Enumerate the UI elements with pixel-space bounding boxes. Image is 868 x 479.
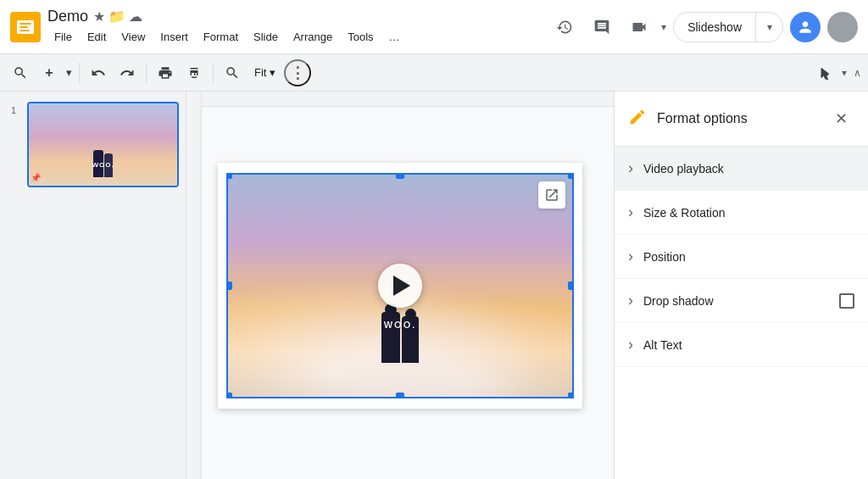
format-header: Format options ✕: [615, 92, 868, 147]
google-slides-logo: [10, 12, 41, 42]
section-label-video-playback: Video playback: [643, 162, 854, 175]
format-panel-icon: [628, 108, 647, 131]
menu-view[interactable]: View: [114, 27, 152, 47]
paint-format-button[interactable]: [181, 59, 208, 86]
menu-edit[interactable]: Edit: [81, 27, 113, 47]
selection-handle-bc[interactable]: [396, 393, 404, 398]
zoom-fit-button[interactable]: [219, 59, 246, 86]
comments-button[interactable]: [587, 12, 617, 42]
cloud-save-icon[interactable]: ☁: [129, 8, 142, 25]
svg-rect-2: [19, 23, 31, 25]
toolbar-divider-2: [146, 63, 147, 83]
zoom-out-button[interactable]: +: [36, 59, 63, 86]
zoom-selector[interactable]: Fit ▾: [248, 59, 282, 86]
profile-picture[interactable]: [827, 12, 858, 42]
format-close-button[interactable]: ✕: [827, 105, 854, 132]
format-section-drop-shadow[interactable]: › Drop shadow: [615, 279, 868, 323]
undo-button[interactable]: [85, 59, 112, 86]
expand-icon[interactable]: ∧: [854, 67, 861, 79]
chevron-position-icon: ›: [628, 248, 633, 265]
menu-format[interactable]: Format: [197, 27, 245, 47]
chevron-drop-shadow-icon: ›: [628, 292, 633, 309]
account-button[interactable]: [790, 12, 821, 42]
chevron-video-playback-icon: ›: [628, 159, 633, 177]
slideshow-main-button[interactable]: Slideshow: [674, 13, 755, 42]
ruler-horizontal: [186, 92, 614, 107]
format-section-size-rotation[interactable]: › Size & Rotation: [615, 191, 868, 235]
svg-rect-4: [19, 30, 30, 31]
toolbar-right: ▾ ∧: [811, 59, 861, 86]
document-title[interactable]: Demo: [47, 8, 88, 25]
format-section-video-playback[interactable]: › Video playback: [615, 147, 868, 191]
section-label-position: Position: [643, 250, 854, 264]
folder-icon[interactable]: 📁: [108, 8, 125, 25]
chevron-size-rotation-icon: ›: [628, 203, 633, 221]
slide-item-1[interactable]: 1 WOO. 📌: [7, 102, 179, 187]
menu-slide[interactable]: Slide: [247, 27, 285, 47]
toolbar: + ▾ Fit ▾ ⋮ ▾ ∧: [0, 54, 868, 92]
slide-thumbnail-1[interactable]: WOO. 📌: [27, 102, 179, 187]
ruler-vertical: [186, 92, 202, 479]
zoom-controls[interactable]: ▾: [64, 66, 74, 79]
play-triangle-icon: [393, 276, 410, 296]
history-button[interactable]: [549, 12, 580, 42]
svg-rect-3: [19, 26, 28, 28]
more-options-button[interactable]: ⋮: [284, 59, 311, 86]
main-content: 1 WOO. 📌: [0, 92, 868, 479]
menu-more[interactable]: …: [382, 27, 407, 47]
slideshow-caret[interactable]: ▾: [755, 13, 782, 42]
format-section-position[interactable]: › Position: [615, 235, 868, 279]
pointer-button[interactable]: [811, 59, 838, 86]
slide-number-1: 1: [7, 102, 20, 115]
selection-handle-br[interactable]: [568, 393, 574, 398]
drop-shadow-checkbox[interactable]: [839, 293, 854, 309]
chevron-alt-text-icon: ›: [628, 336, 633, 354]
top-bar: Demo ★ 📁 ☁ File Edit View Insert Format …: [0, 0, 868, 54]
slide-panel: 1 WOO. 📌: [0, 92, 186, 479]
slideshow-button[interactable]: Slideshow ▾: [673, 12, 783, 42]
section-label-alt-text: Alt Text: [643, 338, 854, 352]
selection-handle-tc[interactable]: [396, 173, 404, 179]
section-label-drop-shadow: Drop shadow: [643, 294, 839, 308]
video-watermark: WOO.: [384, 320, 417, 330]
selection-handle-tr[interactable]: [568, 173, 574, 179]
redo-button[interactable]: [114, 59, 141, 86]
pointer-chevron-icon[interactable]: ▾: [842, 67, 847, 79]
toolbar-divider-1: [79, 63, 80, 83]
star-icon[interactable]: ★: [93, 8, 105, 25]
title-area: Demo ★ 📁 ☁ File Edit View Insert Format …: [47, 8, 407, 47]
selection-handle-tl[interactable]: [226, 173, 232, 179]
toolbar-divider-3: [213, 63, 214, 83]
section-label-size-rotation: Size & Rotation: [643, 206, 854, 220]
zoom-chevron-icon: ▾: [270, 66, 275, 79]
slide-thumb-text: WOO.: [92, 161, 114, 169]
menu-insert[interactable]: Insert: [153, 27, 195, 47]
menu-tools[interactable]: Tools: [341, 27, 380, 47]
print-button[interactable]: [152, 59, 179, 86]
selection-handle-mr[interactable]: [568, 281, 574, 290]
characters-silhouette: [381, 304, 419, 363]
video-element[interactable]: WOO.: [226, 173, 574, 398]
format-options-panel: Format options ✕ › Video playback › Size…: [614, 92, 868, 479]
search-button[interactable]: [7, 59, 34, 86]
top-bar-actions: ▾ Slideshow ▾: [549, 12, 858, 42]
play-button[interactable]: [378, 264, 422, 308]
selection-handle-bl[interactable]: [226, 393, 232, 398]
canvas-area: WOO.: [186, 92, 614, 479]
present-button[interactable]: [624, 12, 654, 42]
slide-pin-icon: 📌: [31, 173, 41, 182]
title-icons: ★ 📁 ☁: [93, 8, 142, 25]
menu-file[interactable]: File: [47, 27, 79, 47]
open-video-button[interactable]: [538, 181, 565, 209]
zoom-label: Fit: [254, 66, 266, 79]
format-section-alt-text[interactable]: › Alt Text: [615, 323, 868, 367]
format-panel-title: Format options: [657, 111, 817, 126]
slide-canvas: WOO.: [218, 163, 582, 409]
menu-bar: File Edit View Insert Format Slide Arran…: [47, 27, 407, 47]
menu-arrange[interactable]: Arrange: [287, 27, 339, 47]
selection-handle-ml[interactable]: [226, 281, 232, 290]
